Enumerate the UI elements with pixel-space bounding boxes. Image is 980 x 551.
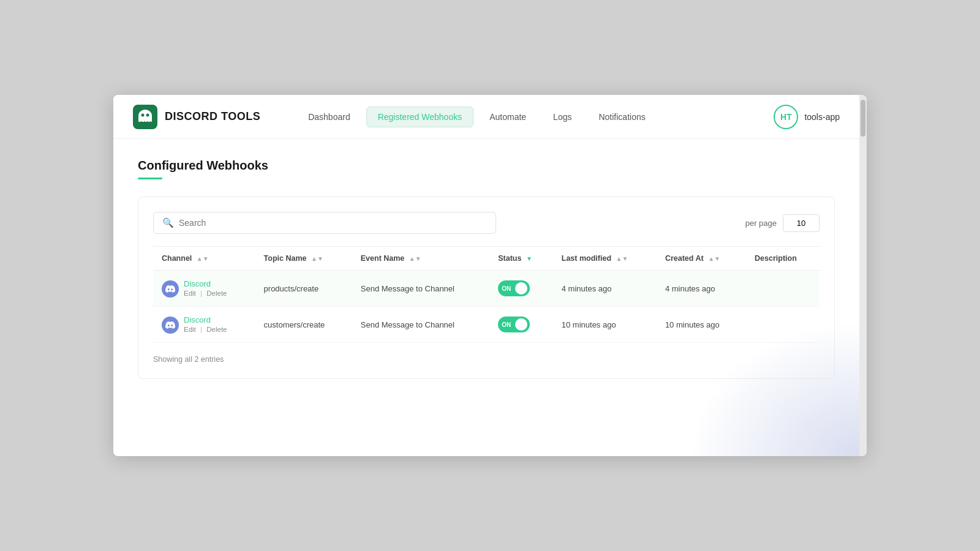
cell-created-at-1: 10 minutes ago — [657, 307, 746, 343]
table-row: Discord Edit | Delete products/create Se… — [153, 271, 820, 307]
nav-item-logs[interactable]: Logs — [542, 107, 582, 127]
svg-point-3 — [141, 113, 145, 116]
cell-created-at-0: 4 minutes ago — [657, 271, 746, 307]
cell-event-0: Send Message to Channel — [352, 271, 489, 307]
sort-icon-last-modified: ▲▼ — [616, 255, 628, 262]
webhooks-table: Channel ▲▼ Topic Name ▲▼ Event Name ▲▼ — [153, 246, 820, 343]
toggle-label-0: ON — [502, 285, 515, 292]
edit-link-0[interactable]: Edit — [184, 290, 196, 297]
logo-text: DISCORD TOOLS — [165, 110, 260, 123]
action-divider-0: | — [200, 290, 202, 297]
search-icon: 🔍 — [162, 217, 174, 228]
search-box[interactable]: 🔍 — [153, 212, 496, 234]
col-created-at[interactable]: Created At ▲▼ — [657, 247, 746, 271]
cell-channel-1: Discord Edit | Delete — [153, 307, 255, 343]
title-underline — [138, 178, 162, 179]
page-title: Configured Webhooks — [138, 159, 835, 173]
col-channel[interactable]: Channel ▲▼ — [153, 247, 255, 271]
per-page-area: per page — [745, 214, 820, 232]
cell-event-1: Send Message to Channel — [352, 307, 489, 343]
channel-name-1: Discord — [184, 315, 227, 324]
channel-name-0: Discord — [184, 279, 227, 288]
nav-item-automate[interactable]: Automate — [478, 107, 537, 127]
cell-last-modified-1: 10 minutes ago — [553, 307, 657, 343]
channel-info-0: Discord Edit | Delete — [184, 279, 227, 297]
discord-channel-icon-0 — [162, 280, 179, 298]
nav-item-registered-webhooks[interactable]: Registered Webhooks — [366, 107, 473, 127]
toggle-thumb-0 — [515, 282, 527, 294]
nav-item-dashboard[interactable]: Dashboard — [297, 107, 361, 127]
cell-topic-1: customers/create — [255, 307, 352, 343]
discord-channel-icon-1 — [162, 317, 179, 334]
action-divider-1: | — [200, 326, 202, 333]
cell-last-modified-0: 4 minutes ago — [553, 271, 657, 307]
sort-icon-event: ▲▼ — [409, 255, 421, 262]
sort-icon-channel: ▲▼ — [197, 255, 209, 262]
col-last-modified[interactable]: Last modified ▲▼ — [553, 247, 657, 271]
user-area: HT tools-app — [774, 105, 840, 129]
svg-point-4 — [146, 113, 149, 116]
col-topic-name[interactable]: Topic Name ▲▼ — [255, 247, 352, 271]
main-nav: Dashboard Registered Webhooks Automate L… — [297, 107, 774, 127]
delete-link-1[interactable]: Delete — [206, 326, 227, 333]
toggle-label-1: ON — [502, 321, 515, 328]
cell-topic-0: products/create — [255, 271, 352, 307]
cell-status-1: ON — [489, 307, 553, 343]
edit-link-1[interactable]: Edit — [184, 326, 196, 333]
col-status[interactable]: Status ▼ — [489, 247, 553, 271]
cell-description-1 — [746, 307, 820, 343]
search-input[interactable] — [179, 218, 487, 228]
delete-link-0[interactable]: Delete — [206, 290, 227, 297]
cell-description-0 — [746, 271, 820, 307]
status-toggle-1[interactable]: ON — [498, 317, 530, 332]
logo-area: DISCORD TOOLS — [133, 105, 260, 129]
svg-rect-2 — [138, 116, 152, 122]
sort-icon-topic: ▲▼ — [311, 255, 323, 262]
sort-icon-status: ▼ — [526, 255, 532, 262]
logo-icon — [133, 105, 157, 129]
table-row: Discord Edit | Delete customers/create S… — [153, 307, 820, 343]
page-title-area: Configured Webhooks — [138, 159, 835, 179]
per-page-label: per page — [745, 219, 777, 228]
table-header-row: Channel ▲▼ Topic Name ▲▼ Event Name ▲▼ — [153, 247, 820, 271]
per-page-input[interactable] — [783, 214, 820, 232]
avatar: HT — [774, 105, 798, 129]
cell-channel-0: Discord Edit | Delete — [153, 271, 255, 307]
sort-icon-created: ▲▼ — [708, 255, 720, 262]
main-content: Configured Webhooks 🔍 per page — [113, 139, 859, 399]
channel-actions-0: Edit | Delete — [184, 290, 227, 297]
status-toggle-0[interactable]: ON — [498, 280, 530, 296]
col-description: Description — [746, 247, 820, 271]
user-name: tools-app — [804, 112, 840, 122]
toggle-wrap-1: ON — [498, 317, 545, 332]
toggle-wrap-0: ON — [498, 280, 545, 296]
channel-actions-1: Edit | Delete — [184, 326, 227, 333]
cell-status-0: ON — [489, 271, 553, 307]
col-event-name[interactable]: Event Name ▲▼ — [352, 247, 489, 271]
nav-item-notifications[interactable]: Notifications — [587, 107, 656, 127]
showing-entries: Showing all 2 entries — [153, 355, 820, 364]
table-container: 🔍 per page Channel ▲▼ — [138, 197, 835, 379]
channel-info-1: Discord Edit | Delete — [184, 315, 227, 333]
table-toolbar: 🔍 per page — [153, 212, 820, 234]
header: DISCORD TOOLS Dashboard Registered Webho… — [113, 95, 859, 139]
toggle-thumb-1 — [515, 318, 527, 331]
